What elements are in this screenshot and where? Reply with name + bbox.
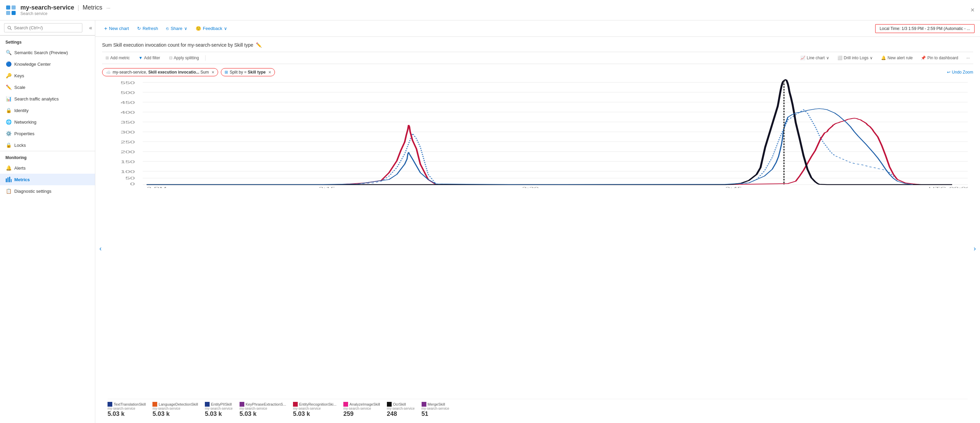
networking-icon: 🌐 xyxy=(5,119,11,125)
legend-item-language-detection: LanguageDetectionSkill my-search-service… xyxy=(153,402,198,418)
sidebar-item-scale[interactable]: ✏️ Scale xyxy=(0,81,95,93)
spike-line-2 xyxy=(147,80,952,185)
chart-nav-right-button[interactable]: › xyxy=(974,244,976,252)
legend-color-analyze-image xyxy=(343,402,348,407)
svg-rect-1 xyxy=(11,5,16,10)
sidebar-item-label: Scale xyxy=(14,85,25,90)
metric-tag-close[interactable]: × xyxy=(212,69,215,75)
svg-text:150: 150 xyxy=(121,160,135,164)
blue-line xyxy=(147,109,913,185)
legend-color-entity-recognition xyxy=(293,402,298,407)
analytics-icon: 📊 xyxy=(5,96,11,102)
refresh-button[interactable]: ↻ Refresh xyxy=(134,24,162,33)
sidebar-item-identity[interactable]: 🔒 Identity xyxy=(0,105,95,116)
legend-label: OcrSkill xyxy=(393,402,406,406)
close-button[interactable]: × xyxy=(970,6,975,14)
plus-icon: + xyxy=(104,26,107,32)
svg-text:50: 50 xyxy=(125,176,135,180)
sidebar-item-networking[interactable]: 🌐 Networking xyxy=(0,116,95,128)
new-chart-button[interactable]: + New chart xyxy=(101,24,132,34)
search-input[interactable] xyxy=(4,23,82,32)
undo-icon: ↩ xyxy=(947,70,950,75)
drill-logs-button[interactable]: ⬜ Drill into Logs ∨ xyxy=(834,54,877,62)
legend-item-entity-pii: EntityPIISkill my-search-service 5.03 k xyxy=(205,402,233,418)
share-icon: ⎋ xyxy=(166,26,169,31)
scale-icon: ✏️ xyxy=(5,84,11,90)
cloud-icon: ☁️ xyxy=(106,70,111,75)
legend-label: AnalyzeImageSkill xyxy=(350,402,380,406)
legend-item-ocr: OcrSkill my-search-service 248 xyxy=(387,402,415,418)
legend-color-entity-pii xyxy=(205,402,210,407)
alert-icon: 🔔 xyxy=(881,56,886,60)
svg-text:UTC-08:00: UTC-08:00 xyxy=(929,186,968,188)
svg-text:550: 550 xyxy=(121,81,135,85)
sidebar-item-properties[interactable]: ⚙️ Properties xyxy=(0,128,95,139)
legend-item-merge: MergeSkill my-search-service 51 xyxy=(422,402,450,418)
svg-text:500: 500 xyxy=(121,91,135,95)
add-filter-button[interactable]: ▼ Add filter xyxy=(135,54,163,62)
chart-wrapper: ‹ 550 500 450 400 350 xyxy=(102,79,973,418)
service-name: my-search-service xyxy=(21,4,74,11)
sidebar-item-semantic-search[interactable]: 🔍 Semantic Search (Preview) xyxy=(0,47,95,58)
legend-item-text-translation: TextTranslationSkill my-search-service 5… xyxy=(108,402,146,418)
sidebar-item-diagnostic[interactable]: 📋 Diagnostic settings xyxy=(0,185,95,197)
sidebar-item-label: Properties xyxy=(14,131,34,136)
svg-rect-5 xyxy=(8,177,8,182)
chart-edit-icon[interactable]: ✏️ xyxy=(256,42,262,48)
sidebar-item-metrics[interactable]: Metrics xyxy=(0,174,95,185)
new-alert-rule-button[interactable]: 🔔 New alert rule xyxy=(878,54,916,62)
sidebar-item-label: Locks xyxy=(14,143,26,148)
lock-icon: 🔒 xyxy=(5,142,11,148)
time-range-button[interactable]: Local Time: 1/3 1:59 PM - 2:59 PM (Autom… xyxy=(875,24,975,33)
legend-label: LanguageDetectionSkill xyxy=(159,402,198,406)
split-tag-close[interactable]: × xyxy=(269,69,271,75)
svg-rect-7 xyxy=(11,179,11,182)
chart-controls-toolbar: ⊞ Add metric ▼ Add filter ⊟ Apply splitt… xyxy=(102,52,973,64)
svg-text:0: 0 xyxy=(130,182,135,186)
collapse-sidebar-button[interactable]: « xyxy=(86,22,95,34)
feedback-button[interactable]: 🙂 Feedback ∨ xyxy=(192,24,231,33)
key-icon: 🔑 xyxy=(5,73,11,79)
legend-label: MergeSkill xyxy=(428,402,445,406)
content-area: + New chart ↻ Refresh ⎋ Share ∨ 🙂 Feedba… xyxy=(95,21,980,423)
sidebar-item-search-traffic[interactable]: 📊 Search traffic analytics xyxy=(0,93,95,105)
chart-nav-left-button[interactable]: ‹ xyxy=(99,244,102,252)
toolbar-separator-1 xyxy=(205,55,205,61)
pin-to-dashboard-button[interactable]: 📌 Pin to dashboard xyxy=(917,54,962,62)
sidebar-item-label: Diagnostic settings xyxy=(14,189,51,194)
svg-rect-4 xyxy=(6,179,7,182)
share-button[interactable]: ⎋ Share ∨ xyxy=(163,24,191,33)
baseline-line xyxy=(147,110,952,185)
svg-text:2 PM: 2 PM xyxy=(147,186,167,188)
chart-container: Sum Skill execution invocation count for… xyxy=(95,37,980,423)
undo-zoom-button[interactable]: ↩ Undo Zoom xyxy=(947,70,973,75)
header-more-icon[interactable]: ··· xyxy=(107,5,111,11)
share-chevron-icon: ∨ xyxy=(184,26,188,31)
sidebar: « Settings 🔍 Semantic Search (Preview) 🔵… xyxy=(0,21,95,423)
sidebar-item-locks[interactable]: 🔒 Locks xyxy=(0,139,95,151)
search-icon: 🔍 xyxy=(5,49,11,56)
svg-rect-3 xyxy=(11,11,16,15)
line-chart-button[interactable]: 📈 Line chart ∨ xyxy=(797,54,833,62)
svg-text:2:30: 2:30 xyxy=(522,186,539,188)
properties-icon: ⚙️ xyxy=(5,131,11,137)
main-toolbar: + New chart ↻ Refresh ⎋ Share ∨ 🙂 Feedba… xyxy=(95,21,980,37)
sidebar-item-alerts[interactable]: 🔔 Alerts xyxy=(0,162,95,174)
page-title: Metrics xyxy=(83,4,102,11)
chart-inner: 550 500 450 400 350 300 250 200 150 10 xyxy=(108,79,968,418)
legend-color-language-detection xyxy=(153,402,157,407)
sidebar-item-label: Semantic Search (Preview) xyxy=(14,50,68,55)
metric-tag[interactable]: ☁️ my-search-service, Skill execution in… xyxy=(102,68,218,76)
legend-color-ocr xyxy=(387,402,392,407)
split-tag[interactable]: ⊞ Split by = Skill type × xyxy=(221,68,275,76)
line-chart-chevron: ∨ xyxy=(826,56,829,60)
apply-splitting-button[interactable]: ⊟ Apply splitting xyxy=(166,54,202,62)
svg-rect-0 xyxy=(6,5,10,10)
svg-text:400: 400 xyxy=(121,110,135,115)
more-options-button[interactable]: ··· xyxy=(963,54,973,62)
svg-text:100: 100 xyxy=(121,169,135,174)
knowledge-icon: 🔵 xyxy=(5,61,11,67)
sidebar-item-keys[interactable]: 🔑 Keys xyxy=(0,70,95,81)
add-metric-button[interactable]: ⊞ Add metric xyxy=(102,54,133,62)
sidebar-item-knowledge-center[interactable]: 🔵 Knowledge Center xyxy=(0,58,95,70)
